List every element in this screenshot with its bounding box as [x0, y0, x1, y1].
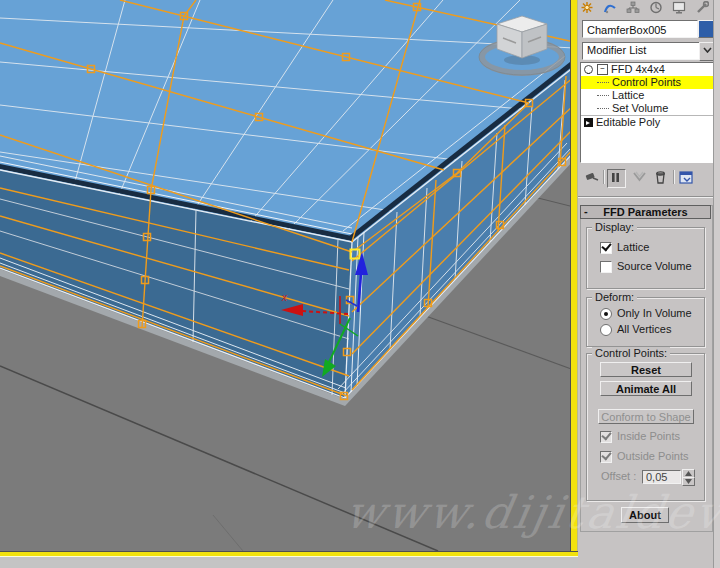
modifier-list-dropdown[interactable]: Modifier List	[582, 42, 705, 60]
offset-input[interactable]: 0,05	[642, 470, 681, 484]
only-in-volume-label: Only In Volume	[617, 307, 692, 319]
display-icon[interactable]	[672, 1, 686, 14]
check-icon	[601, 241, 611, 252]
spinner-down-icon	[685, 479, 692, 484]
motion-icon[interactable]	[649, 1, 663, 14]
rollout-title: FFD Parameters	[603, 206, 687, 218]
stack-row-label: Lattice	[609, 89, 644, 102]
stack-row-label: Set Volume	[609, 102, 668, 115]
animate-all-button[interactable]: Animate All	[600, 381, 692, 396]
show-end-result-button[interactable]	[607, 169, 626, 188]
inside-points-label: Inside Points	[617, 430, 680, 442]
display-group-legend: Display:	[592, 221, 637, 233]
max-window: { "viewport": { "watermark": "www.dijita…	[0, 0, 720, 568]
viewport-scene: x	[0, 0, 578, 551]
reset-button[interactable]: Reset	[600, 362, 692, 377]
all-vertices-label: All Vertices	[617, 323, 671, 335]
about-button[interactable]: About	[621, 507, 669, 523]
tree-branch	[597, 95, 609, 97]
modifier-onoff-bulb-icon[interactable]	[584, 65, 593, 74]
remove-modifier-icon[interactable]	[652, 169, 669, 186]
stack-row-editable-poly[interactable]: Editable Poly	[581, 115, 714, 129]
create-icon[interactable]	[580, 1, 594, 14]
stack-row-control-points[interactable]: Control Points	[581, 76, 714, 89]
base-object-icon	[584, 118, 593, 127]
collapse-box-icon[interactable]: −	[597, 64, 608, 75]
deform-group: Deform: Only In Volume All Vertices	[586, 297, 705, 347]
stack-row-label: FFD 4x4x4	[608, 63, 665, 76]
outside-points-checkbox[interactable]	[600, 451, 612, 463]
toolbar-separator	[603, 170, 604, 184]
make-unique-icon[interactable]	[631, 169, 648, 186]
modifier-stack-toolbar	[580, 167, 713, 188]
x-axis-label: x	[281, 292, 288, 303]
offset-label: Offset :	[601, 470, 636, 482]
display-group: Display: Lattice Source Volume	[586, 227, 705, 289]
all-vertices-radio[interactable]	[600, 324, 612, 336]
source-volume-checkbox-label: Source Volume	[617, 260, 692, 272]
outside-points-label: Outside Points	[617, 450, 689, 462]
perspective-viewport[interactable]: x	[0, 0, 578, 551]
rollout-header[interactable]: - FFD Parameters	[580, 205, 711, 219]
offset-spinner-down[interactable]	[682, 477, 695, 486]
stack-row-label: Editable Poly	[593, 116, 660, 129]
below-viewport-strip	[0, 557, 578, 568]
tree-branch	[597, 82, 609, 84]
modify-icon[interactable]	[603, 1, 617, 14]
show-end-result-icon	[608, 170, 623, 185]
deform-group-legend: Deform:	[592, 291, 637, 303]
rollout-collapse-icon[interactable]: -	[584, 205, 588, 217]
hierarchy-icon[interactable]	[626, 1, 640, 14]
control-points-group: Control Points: Reset Animate All Confor…	[586, 353, 705, 501]
active-viewport-border-right	[570, 0, 578, 557]
conform-to-shape-button[interactable]: Conform to Shape	[598, 409, 694, 424]
source-volume-checkbox[interactable]	[600, 261, 612, 273]
stack-row-lattice[interactable]: Lattice	[581, 89, 714, 102]
panel-scroll-strip[interactable]	[713, 0, 720, 568]
utilities-icon[interactable]	[695, 1, 709, 14]
spinner-up-icon	[685, 471, 692, 476]
lattice-checkbox-label: Lattice	[617, 241, 649, 253]
pin-stack-icon[interactable]	[583, 169, 600, 186]
tree-branch	[597, 108, 609, 110]
ffd-parameters-rollout: - FFD Parameters Display: Lattice Source…	[580, 205, 713, 532]
panel-divider	[578, 196, 713, 198]
only-in-volume-radio[interactable]	[600, 308, 612, 320]
stack-row-set-volume[interactable]: Set Volume	[581, 102, 714, 115]
command-panel-tabs	[580, 0, 712, 14]
check-icon	[601, 430, 611, 441]
check-icon	[601, 450, 611, 461]
modifier-stack: − FFD 4x4x4 Control Points Lattice Set V…	[580, 62, 715, 163]
command-panel: Modifier List − FFD 4x4x4 Control Points…	[578, 0, 720, 568]
lattice-checkbox[interactable]	[600, 242, 612, 254]
stack-row-ffd[interactable]: − FFD 4x4x4	[581, 63, 714, 76]
stack-row-label: Control Points	[609, 76, 681, 89]
object-name-input[interactable]	[582, 20, 698, 38]
radio-dot-icon	[604, 312, 608, 316]
chevron-down-icon	[703, 47, 712, 53]
inside-points-checkbox[interactable]	[600, 431, 612, 443]
control-points-group-legend: Control Points:	[592, 347, 670, 359]
toolbar-separator	[673, 170, 674, 184]
configure-modifier-sets-icon[interactable]	[678, 169, 695, 186]
